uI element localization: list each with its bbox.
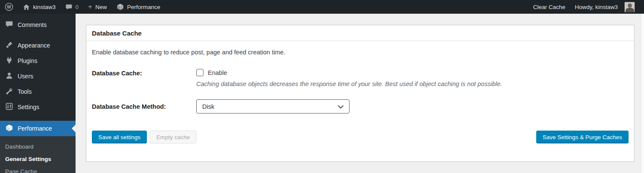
panel-title: Database Cache — [86, 25, 634, 41]
menu-spacer — [0, 14, 76, 17]
intro-text: Enable database caching to reduce post, … — [92, 49, 629, 56]
svg-text:W: W — [7, 4, 11, 9]
performance-cube-icon — [5, 124, 13, 133]
sidebar-item-label: Users — [18, 73, 33, 80]
submenu-item-general-settings[interactable]: General Settings — [0, 153, 76, 165]
site-name-link[interactable]: kinstaw3 — [18, 0, 61, 14]
new-content-menu[interactable]: + New — [83, 0, 112, 14]
comment-icon — [65, 3, 73, 11]
admin-bar: W kinstaw3 0 + New — [0, 0, 644, 14]
database-cache-method-label: Database Cache Method: — [92, 99, 196, 110]
site-name: kinstaw3 — [33, 4, 56, 10]
enable-checkbox-label[interactable]: Enable — [208, 69, 227, 76]
sidebar-item-users[interactable]: Users — [0, 69, 76, 84]
appearance-icon — [5, 41, 13, 50]
submenu-item-dashboard[interactable]: Dashboard — [0, 140, 76, 153]
sidebar-item-label: Comments — [18, 21, 47, 28]
sidebar-item-label: Tools — [18, 88, 32, 95]
submenu-item-page-cache[interactable]: Page Cache — [0, 165, 76, 173]
sidebar-item-tools[interactable]: Tools — [0, 84, 76, 99]
plugins-icon — [5, 56, 13, 66]
enable-checkbox-line: Enable — [196, 69, 629, 76]
howdy-label: Howdy, kinstaw3 — [575, 4, 618, 10]
page-scrollbar[interactable] — [641, 14, 644, 173]
database-cache-method-field: Disk — [196, 99, 629, 113]
tools-icon — [5, 87, 13, 96]
settings-icon — [5, 102, 13, 112]
database-cache-panel: Database Cache Enable database caching t… — [86, 25, 635, 162]
sidebar-item-plugins[interactable]: Plugins — [0, 53, 76, 69]
performance-adminbar-label: Performance — [127, 4, 160, 10]
performance-submenu: Dashboard General Settings Page Cache — [0, 136, 76, 173]
plus-icon: + — [88, 3, 92, 10]
empty-cache-button[interactable]: Empty cache — [150, 131, 196, 143]
performance-adminbar-menu[interactable]: Performance — [112, 0, 165, 14]
sidebar-item-label: Appearance — [18, 42, 50, 49]
wordpress-logo-icon: W — [5, 3, 13, 11]
sidebar-item-comments[interactable]: Comments — [0, 17, 76, 33]
comments-icon — [5, 20, 13, 30]
enable-checkbox[interactable] — [196, 69, 204, 76]
clear-cache-link[interactable]: Clear Cache — [529, 0, 570, 14]
my-account-menu[interactable]: Howdy, kinstaw3 — [570, 0, 640, 14]
wordpress-logo-menu[interactable]: W — [0, 0, 18, 14]
database-cache-method-row: Database Cache Method: Disk — [92, 99, 629, 113]
cache-method-select[interactable]: Disk — [196, 99, 349, 113]
admin-bar-left: W kinstaw3 0 + New — [0, 0, 165, 14]
w3tc-cube-icon — [116, 3, 124, 11]
menu-separator — [0, 33, 76, 38]
chevron-down-icon — [338, 103, 343, 110]
sidebar-item-label: Plugins — [18, 57, 37, 64]
buttons-row: Save all settings Empty cache Save Setti… — [92, 131, 629, 143]
panel-body: Enable database caching to reduce post, … — [86, 49, 634, 143]
admin-sidebar: Comments Appearance Plugins Users — [0, 14, 76, 173]
database-cache-description: Caching database objects decreases the r… — [196, 81, 629, 87]
comments-bubble[interactable]: 0 — [61, 0, 84, 14]
sidebar-item-performance[interactable]: Performance — [0, 121, 76, 136]
database-cache-row: Database Cache: Enable Caching database … — [92, 69, 629, 87]
admin-bar-right: Clear Cache Howdy, kinstaw3 — [529, 0, 644, 14]
database-cache-label: Database Cache: — [92, 69, 196, 77]
comments-count: 0 — [76, 4, 79, 10]
save-settings-purge-caches-button[interactable]: Save Settings & Purge Caches — [536, 131, 629, 143]
sidebar-item-appearance[interactable]: Appearance — [0, 38, 76, 53]
cache-method-selected-value: Disk — [202, 103, 214, 110]
database-cache-field: Enable Caching database objects decrease… — [196, 69, 629, 87]
menu-separator — [0, 115, 76, 121]
sidebar-item-settings[interactable]: Settings — [0, 99, 76, 115]
sidebar-item-label: Performance — [18, 125, 52, 132]
clear-cache-label: Clear Cache — [533, 4, 565, 10]
new-label: New — [95, 4, 107, 10]
home-icon — [23, 3, 30, 11]
sidebar-item-label: Settings — [18, 104, 39, 110]
user-avatar — [624, 2, 635, 12]
users-icon — [5, 72, 13, 81]
save-all-settings-button[interactable]: Save all settings — [92, 131, 147, 143]
content-area: Database Cache Enable database caching t… — [76, 14, 644, 173]
